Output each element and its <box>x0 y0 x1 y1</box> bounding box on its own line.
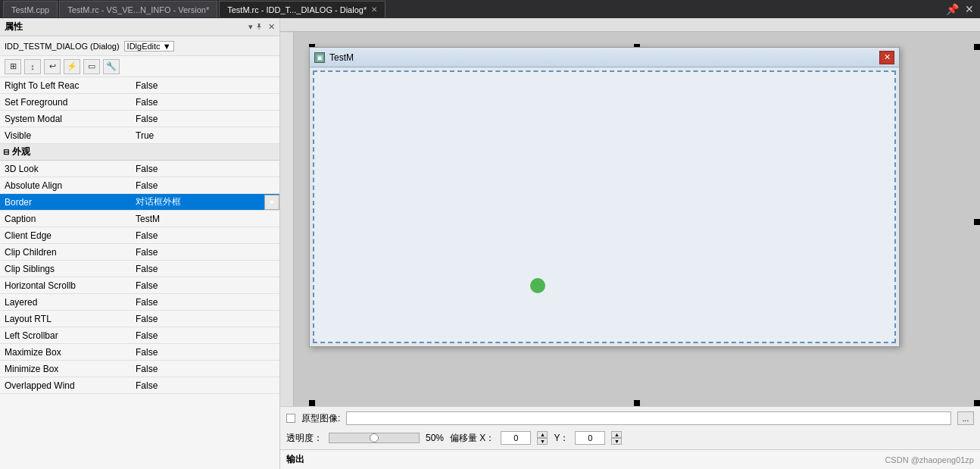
dialog-window: ▣ TestM ✕ <box>309 47 900 347</box>
panel-toolbar: ⊞ ↕ ↩ ⚡ ▭ 🔧 <box>0 56 279 77</box>
tab-close-all-btn[interactable]: ✕ <box>962 3 977 15</box>
offset-y-down[interactable]: ▼ <box>611 438 622 445</box>
prop-row-caption[interactable]: Caption TestM <box>0 211 279 227</box>
panel-titlebar: 属性 ▾ 🖈 ✕ <box>0 18 279 36</box>
prop-row-clip-children[interactable]: Clip Children False <box>0 244 279 261</box>
prop-row-right-to-left[interactable]: Right To Left Reac False <box>0 77 279 94</box>
opacity-label: 透明度： <box>286 432 323 445</box>
prop-row-maximize-box[interactable]: Maximize Box False <box>0 344 279 361</box>
resize-handle-br[interactable] <box>974 400 980 406</box>
prop-row-layout-rtl[interactable]: Layout RTL False <box>0 311 279 327</box>
output-watermark: CSDN @zhaopeng01zp <box>885 455 974 464</box>
offset-x-spin: ▲ ▼ <box>537 431 548 445</box>
canvas-area[interactable]: ▣ TestM ✕ <box>294 32 980 406</box>
editor-bottom: 原型图像: ... 透明度： 50% 偏移量 X： ▲ ▼ Y： <box>280 406 980 449</box>
dialog-body[interactable] <box>313 70 896 343</box>
panel-title-actions: ▾ 🖈 ✕ <box>248 22 275 32</box>
tab-testm-rc-vs[interactable]: TestM.rc - VS_VE...N_INFO - Version* <box>59 1 217 17</box>
opacity-pct: 50% <box>426 433 444 443</box>
output-title: 输出 <box>286 453 304 466</box>
panel-subtitle-text: IDD_TESTM_DIALOG (Dialog) <box>5 42 120 51</box>
panel-title: 属性 <box>5 20 248 33</box>
dialog-title-text: TestM <box>329 52 879 63</box>
proto-browse-btn[interactable]: ... <box>957 411 974 425</box>
tab-pin-btn[interactable]: 📌 <box>943 3 962 15</box>
resize-handle-tr[interactable] <box>974 44 980 50</box>
opacity-row: 透明度： 50% 偏移量 X： ▲ ▼ Y： ▲ ▼ <box>286 430 974 446</box>
border-dropdown-btn[interactable]: ▼ <box>264 195 279 210</box>
section-expand-icon[interactable]: ⊟ <box>3 148 9 156</box>
resize-handle-mr[interactable] <box>974 219 980 225</box>
dialog-close-button[interactable]: ✕ <box>879 51 894 64</box>
panel-close-icon[interactable]: ✕ <box>268 22 275 32</box>
ruler-left <box>280 32 294 406</box>
section-appearance: ⊟ 外观 <box>0 144 279 161</box>
prop-row-visible[interactable]: Visible True <box>0 127 279 144</box>
cursor-indicator <box>530 278 545 293</box>
output-panel: 输出 CSDN @zhaopeng01zp <box>280 449 980 469</box>
prop-row-3dlook[interactable]: 3D Look False <box>0 161 279 177</box>
prop-row-clip-siblings[interactable]: Clip Siblings False <box>0 261 279 277</box>
resize-handle-bl[interactable] <box>309 400 315 406</box>
tab-bar: TestM.cpp TestM.rc - VS_VE...N_INFO - Ve… <box>0 0 980 18</box>
toolbar-btn-undo[interactable]: ↩ <box>44 59 61 74</box>
proto-checkbox[interactable] <box>286 414 295 423</box>
prop-row-horiz-scroll[interactable]: Horizontal Scrollb False <box>0 277 279 294</box>
properties-panel: 属性 ▾ 🖈 ✕ IDD_TESTM_DIALOG (Dialog) IDlgE… <box>0 18 280 469</box>
offset-x-up[interactable]: ▲ <box>537 431 548 438</box>
offset-y-input[interactable] <box>575 431 605 445</box>
prop-row-system-modal[interactable]: System Modal False <box>0 111 279 127</box>
toolbar-btn-pages[interactable]: ▭ <box>83 59 100 74</box>
resize-handle-bm[interactable] <box>634 400 640 406</box>
prop-row-client-edge[interactable]: Client Edge False <box>0 227 279 244</box>
offset-x-down[interactable]: ▼ <box>537 438 548 445</box>
section-title: 外观 <box>12 145 30 158</box>
prop-row-overlapped[interactable]: Overlapped Wind False <box>0 377 279 394</box>
toolbar-btn-alphabetical[interactable]: ↕ <box>24 59 41 74</box>
opacity-slider-thumb <box>370 433 379 442</box>
prop-row-minimize-box[interactable]: Minimize Box False <box>0 361 279 377</box>
toolbar-btn-categorized[interactable]: ⊞ <box>5 59 21 74</box>
editor-area: /* ruler ticks inline - can't use script… <box>280 18 980 469</box>
prop-row-set-foreground[interactable]: Set Foreground False <box>0 94 279 111</box>
opacity-slider[interactable] <box>329 433 420 443</box>
prop-row-absolute-align[interactable]: Absolute Align False <box>0 177 279 194</box>
toolbar-btn-settings[interactable]: 🔧 <box>103 59 120 74</box>
dialog-titlebar: ▣ TestM ✕ <box>310 48 899 67</box>
toolbar-btn-events[interactable]: ⚡ <box>64 59 80 74</box>
offset-x-input[interactable] <box>501 431 531 445</box>
dialog-title-icon: ▣ <box>314 52 325 63</box>
prop-row-layered[interactable]: Layered False <box>0 294 279 311</box>
offset-y-label: Y： <box>554 432 569 445</box>
offset-y-up[interactable]: ▲ <box>611 431 622 438</box>
tab-testm-cpp[interactable]: TestM.cpp <box>3 1 58 17</box>
panel-pin-icon[interactable]: ▾ 🖈 <box>248 22 264 32</box>
main-area: 属性 ▾ 🖈 ✕ IDD_TESTM_DIALOG (Dialog) IDlgE… <box>0 18 980 469</box>
prop-row-border[interactable]: Border 对话框外框 ▼ <box>0 194 279 211</box>
offset-x-label: 偏移量 X： <box>450 432 495 445</box>
properties-list: Right To Left Reac False Set Foreground … <box>0 77 279 469</box>
panel-subtitle-dropdown[interactable]: IDlgEditc ▼ <box>124 41 174 52</box>
proto-input[interactable] <box>346 411 951 425</box>
editor-content: ▣ TestM ✕ <box>280 32 980 406</box>
proto-label: 原型图像: <box>301 412 340 425</box>
prop-row-left-scrollbar[interactable]: Left Scrollbar False <box>0 327 279 344</box>
offset-y-spin: ▲ ▼ <box>611 431 622 445</box>
tab-testm-rc-idd[interactable]: TestM.rc - IDD_T..._DIALOG - Dialog* ✕ <box>219 1 385 17</box>
ruler-top: /* ruler ticks inline - can't use script… <box>280 18 980 32</box>
tab-close-icon[interactable]: ✕ <box>371 5 377 14</box>
panel-subtitle: IDD_TESTM_DIALOG (Dialog) IDlgEditc ▼ <box>0 36 279 56</box>
proto-row: 原型图像: ... <box>286 410 974 427</box>
